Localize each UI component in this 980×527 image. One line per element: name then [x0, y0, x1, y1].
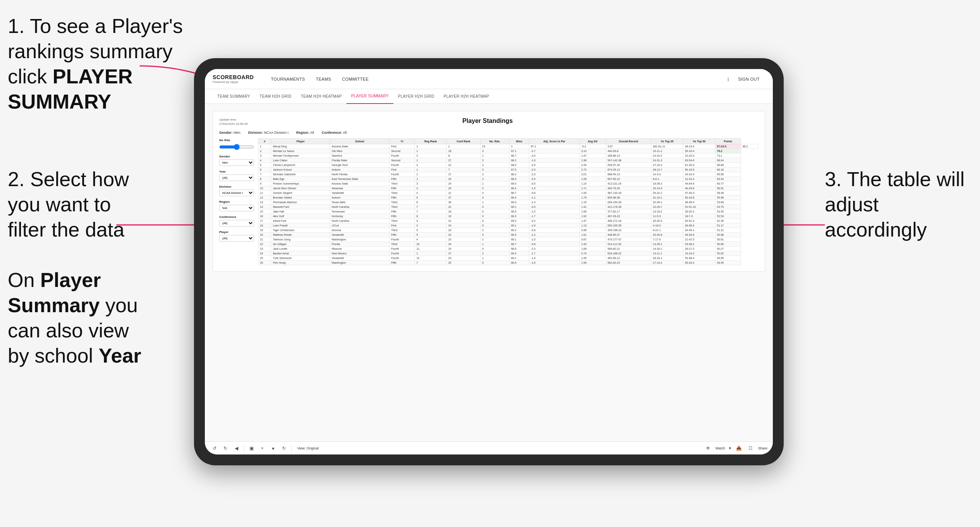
cell-13-0: 14 — [258, 205, 271, 209]
table-row[interactable]: 6Jackson KoivunAuburnFirst17367.5-2.02.7… — [258, 168, 758, 172]
cell-22-2: Missouri — [330, 247, 390, 251]
subnav-player-h2h-heatmap[interactable]: PLAYER H2H HEATMAP — [439, 89, 494, 104]
table-row[interactable]: 12Brendan ValdesAuburnFifth537068.4-1.11… — [258, 195, 758, 200]
grid-icon[interactable]: ☷ — [746, 444, 755, 453]
cell-5-12: 50-19-9 — [683, 168, 715, 172]
cell-20-13: 50.91 — [715, 237, 741, 242]
eye-icon[interactable]: 👁 — [704, 444, 712, 453]
table-row[interactable]: 3Michael ThorbjornsenStanfordFourth28168… — [258, 154, 758, 158]
cell-2-9: 1.47 — [580, 154, 606, 158]
toolbar-divider-2 — [291, 445, 292, 452]
undo-icon[interactable]: ↺ — [210, 444, 219, 453]
watch-dropdown[interactable]: ▼ — [728, 446, 732, 450]
cell-24-1: Cole Sherwood — [271, 256, 330, 261]
subnav-team-h2h-heatmap[interactable]: TEAM H2H HEATMAP — [296, 89, 346, 104]
table-row[interactable]: 17David FordNorth CarolinaThird421069.0-… — [258, 219, 758, 223]
table-row[interactable]: 23Jack LundinMissouriFourth1124068.6-2.3… — [258, 247, 758, 251]
cell-21-5: 24 — [447, 242, 480, 247]
cell-10-9: 1.50 — [580, 191, 606, 195]
cell-0-1: Wenyi Ding — [271, 144, 330, 149]
cell-25-11: 17-14-2 — [651, 261, 683, 265]
table-row[interactable]: 20Matthew RiedelVanderbiltFifth522068.5-… — [258, 233, 758, 237]
table-row[interactable]: 5Christo LamprechtGeorgia TechFourth2212… — [258, 163, 758, 168]
cell-9-3: Fifth — [390, 186, 415, 191]
table-row[interactable]: 24Bastien AmatNew MexicoFourth127269.4-1… — [258, 251, 758, 256]
nords-slider[interactable] — [219, 144, 254, 150]
table-row[interactable]: 11Gordon SargentVanderbiltThird421068.7-… — [258, 191, 758, 195]
cell-3-12: 63-54-6 — [683, 158, 715, 163]
cell-15-12: 18-7-3 — [683, 214, 715, 219]
gender-select[interactable]: Men — [219, 159, 254, 166]
nav-right: | Sign out — [728, 69, 765, 89]
cell-14-12: 26-32-2 — [683, 209, 715, 214]
step2-text: 2. Select how you want to filter the dat… — [8, 168, 129, 241]
cell-20-9: 0.87 — [580, 237, 606, 242]
cell-10-6: 0 — [480, 191, 509, 195]
table-row[interactable]: 14Maxwell FordNorth CarolinaThird722069.… — [258, 205, 758, 209]
cell-13-10: 412-179-28 — [606, 205, 651, 209]
table-row[interactable]: 9Preston SummerhaysArizona StateThird324… — [258, 181, 758, 186]
cell-25-4: 7 — [415, 261, 447, 265]
refresh-icon[interactable]: ↻ — [280, 444, 288, 453]
subnav-player-h2h-grid[interactable]: PLAYER H2H GRID — [393, 89, 439, 104]
table-row[interactable]: 21Taehoon SongWashingtonFourth423169.1-1… — [258, 237, 758, 242]
cell-9-4: 2 — [415, 186, 447, 191]
year-select[interactable]: (All) — [219, 175, 254, 181]
table-row[interactable]: 22Ian GilliganFloridaThird1024168.7-0.81… — [258, 242, 758, 247]
cell-12-0: 13 — [258, 200, 271, 205]
cell-14-7: 68.5 — [509, 209, 529, 214]
cell-15-4: 8 — [415, 214, 447, 219]
copy-icon[interactable]: ▣ — [247, 444, 256, 453]
nav-teams[interactable]: TEAMS — [310, 69, 336, 89]
table-row[interactable]: 4Luke ClatonFlorida StateSecond127268.2-… — [258, 158, 758, 163]
table-row[interactable]: 2Michael Le SassoOle MissSecond118067.1-… — [258, 149, 758, 154]
cell-17-0: 18 — [258, 223, 271, 228]
nav-committee[interactable]: COMMITTEE — [337, 69, 374, 89]
table-row[interactable]: 16Alex GoffKentuckyFifth819068.3-1.71.92… — [258, 214, 758, 219]
table-row[interactable]: 1Wenyi DingArizona StateFirst1115167.1-3… — [258, 144, 758, 149]
cell-3-11: 24-31-3 — [651, 158, 683, 163]
conference-select[interactable]: (All) — [219, 220, 254, 226]
cell-23-9: 0.74 — [580, 251, 606, 256]
cell-1-10: 440-26-8 — [606, 149, 651, 154]
update-value: 27/03/2024 16:56:26 — [219, 122, 248, 126]
cell-16-10: 406-172-16 — [606, 219, 651, 223]
table-row[interactable]: 7Nicholas GabrelcikNorth FloridaFourth12… — [258, 172, 758, 177]
redo-icon[interactable]: ↻ — [221, 444, 230, 453]
instruction-step1: 1. To see a Player's rankings summary cl… — [8, 14, 186, 114]
cell-3-10: 547-142-38 — [606, 158, 651, 163]
table-row[interactable]: 26Petr HrubyWashingtonFifth725068.6-1.61… — [258, 261, 758, 265]
table-row[interactable]: 19Tiger ChristensenArizonaThird523269.2-… — [258, 228, 758, 233]
table-row[interactable]: 13Phichaisak MaichonTexas A&MThird630169… — [258, 200, 758, 205]
subnav-player-summary[interactable]: PLAYER SUMMARY — [346, 89, 393, 104]
cell-5-4: 1 — [415, 168, 447, 172]
sign-out-button[interactable]: Sign out — [732, 69, 765, 89]
table-row[interactable]: 15Jake HallTennesseeFifth718068.5-1.51.6… — [258, 209, 758, 214]
table-row[interactable]: 8Mats EgeEast Tennessee StateFifth124268… — [258, 177, 758, 181]
division-select[interactable]: NCAA Division I — [219, 190, 254, 196]
table-row[interactable]: 18Luke PowellUCLAFirst424069.1-1.81.1350… — [258, 223, 758, 228]
cell-7-5: 24 — [447, 177, 480, 181]
region-sidebar-label: Region — [219, 200, 254, 204]
table-row[interactable]: 25Cole SherwoodVanderbiltFourth1223169.1… — [258, 256, 758, 261]
cell-24-13: 49.95 — [715, 256, 741, 261]
region-select[interactable]: N/A — [219, 205, 254, 211]
cell-16-13: 51.35 — [715, 219, 741, 223]
cell-7-9: 1.93 — [580, 177, 606, 181]
add-icon[interactable]: + — [258, 444, 267, 453]
col-adj-score: Adj. Score to Par — [529, 139, 580, 144]
cell-19-5: 22 — [447, 233, 480, 237]
cell-10-12: 47-40-3 — [683, 191, 715, 195]
cell-13-11: 22-29-7 — [651, 205, 683, 209]
settings-icon[interactable]: ● — [269, 444, 277, 453]
subnav-team-h2h-grid[interactable]: TEAM H2H GRID — [255, 89, 296, 104]
subnav-team-summary[interactable]: TEAM SUMMARY — [213, 89, 255, 104]
table-row[interactable]: 10Jacob Skov OlesenArkansasFifth225068.4… — [258, 186, 758, 191]
nav-tournaments[interactable]: TOURNAMENTS — [265, 69, 310, 89]
conference-sidebar-label: Conference — [219, 215, 254, 219]
player-select[interactable]: (All) — [219, 235, 254, 242]
back-icon[interactable]: ◀ — [232, 444, 241, 453]
cell-19-13: 50.98 — [715, 233, 741, 237]
export-icon[interactable]: 📥 — [735, 444, 743, 453]
instruction-bottom: On Player Summary you can also view by s… — [8, 268, 155, 368]
